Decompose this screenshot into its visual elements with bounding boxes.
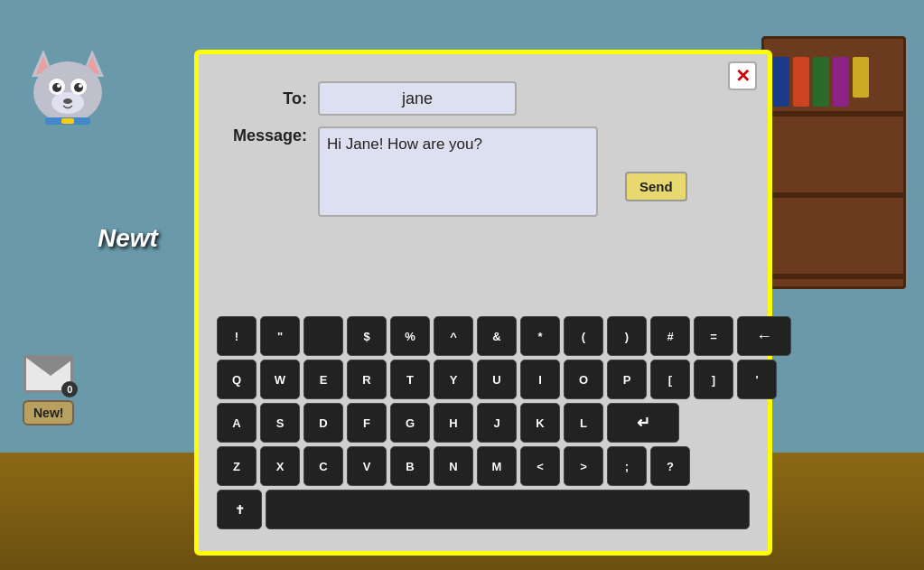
close-button[interactable]: ✕ — [728, 61, 757, 90]
key-equals[interactable]: = — [694, 316, 733, 356]
svg-point-8 — [52, 83, 61, 92]
key-lparen[interactable]: ( — [564, 316, 603, 356]
key-x[interactable]: X — [260, 446, 300, 486]
key-o[interactable]: O — [564, 360, 603, 399]
key-caret[interactable]: ^ — [434, 316, 473, 356]
keyboard-row-1: ! " $ % ^ & * ( ) # = ← — [217, 316, 750, 356]
key-quote[interactable]: " — [260, 316, 300, 356]
to-label: To: — [217, 89, 307, 108]
key-w[interactable]: W — [260, 360, 300, 399]
keyboard-row-5: ✝ — [217, 490, 750, 529]
shift-key[interactable]: ✝ — [217, 490, 262, 529]
shelf-1 — [764, 111, 903, 117]
keyboard-row-2: Q W E R T Y U I O P [ ] ' — [217, 360, 750, 399]
shelf-3 — [764, 274, 903, 279]
key-d[interactable]: D — [303, 403, 343, 443]
key-f[interactable]: F — [347, 403, 387, 443]
svg-point-10 — [57, 84, 61, 88]
key-j[interactable]: J — [477, 403, 517, 443]
key-rbracket[interactable]: ] — [694, 360, 733, 399]
form-area: To: Message: Hi Jane! How are you? Send — [217, 81, 750, 217]
key-rparen[interactable]: ) — [607, 316, 647, 356]
key-v[interactable]: V — [347, 446, 387, 486]
key-question[interactable]: ? — [650, 446, 690, 486]
book-1 — [773, 57, 789, 107]
key-s[interactable]: S — [260, 403, 300, 443]
key-ampersand[interactable]: & — [477, 316, 517, 356]
key-r[interactable]: R — [347, 360, 387, 399]
key-b[interactable]: B — [390, 446, 430, 486]
key-lt[interactable]: < — [520, 446, 560, 486]
close-icon: ✕ — [735, 67, 751, 85]
books-row — [773, 57, 869, 107]
key-gt[interactable]: > — [564, 446, 603, 486]
key-l[interactable]: L — [564, 403, 603, 443]
key-c[interactable]: C — [303, 446, 343, 486]
character-name: Newt — [98, 224, 158, 253]
mail-icon[interactable]: 0 — [23, 355, 73, 393]
key-percent[interactable]: % — [390, 316, 430, 356]
book-3 — [813, 57, 829, 107]
key-h[interactable]: H — [434, 403, 473, 443]
mail-area: 0 New! — [23, 355, 74, 425]
key-asterisk[interactable]: * — [520, 316, 560, 356]
key-u[interactable]: U — [477, 360, 517, 399]
svg-point-11 — [79, 84, 82, 88]
key-hash[interactable]: # — [650, 316, 690, 356]
avatar — [27, 45, 108, 126]
to-input[interactable] — [318, 81, 517, 116]
key-semicolon[interactable]: ; — [607, 446, 647, 486]
message-row: Message: Hi Jane! How are you? Send — [217, 126, 750, 217]
key-p[interactable]: P — [607, 360, 647, 399]
spacebar-key[interactable] — [266, 490, 750, 529]
new-button[interactable]: New! — [23, 400, 74, 425]
svg-point-9 — [74, 83, 83, 92]
key-k[interactable]: K — [520, 403, 560, 443]
key-q[interactable]: Q — [217, 360, 257, 399]
svg-point-12 — [63, 98, 72, 104]
key-dollar[interactable]: $ — [347, 316, 387, 356]
keyboard-row-3: A S D F G H J K L ↵ — [217, 403, 750, 443]
svg-rect-14 — [61, 118, 74, 124]
message-input[interactable]: Hi Jane! How are you? — [318, 126, 598, 217]
key-z[interactable]: Z — [217, 446, 257, 486]
enter-key[interactable]: ↵ — [607, 403, 679, 443]
key-t[interactable]: T — [390, 360, 430, 399]
message-label: Message: — [217, 126, 307, 145]
key-g[interactable]: G — [390, 403, 430, 443]
keyboard-row-4: Z X C V B N M < > ; ? — [217, 446, 750, 486]
key-i[interactable]: I — [520, 360, 560, 399]
key-y[interactable]: Y — [434, 360, 473, 399]
key-exclaim[interactable]: ! — [217, 316, 257, 356]
shelf-2 — [764, 192, 903, 198]
book-4 — [833, 57, 849, 107]
key-3[interactable] — [303, 316, 343, 356]
backspace-key[interactable]: ← — [737, 316, 791, 356]
book-2 — [793, 57, 809, 107]
key-a[interactable]: A — [217, 403, 257, 443]
key-apostrophe[interactable]: ' — [737, 360, 777, 399]
key-lbracket[interactable]: [ — [650, 360, 690, 399]
to-row: To: — [217, 81, 750, 116]
key-n[interactable]: N — [434, 446, 473, 486]
compose-modal: ✕ To: Message: Hi Jane! How are you? Sen… — [194, 50, 772, 556]
bookshelf — [761, 36, 906, 289]
key-e[interactable]: E — [303, 360, 343, 399]
book-5 — [853, 57, 869, 98]
send-button[interactable]: Send — [625, 172, 687, 201]
key-m[interactable]: M — [477, 446, 517, 486]
keyboard: ! " $ % ^ & * ( ) # = ← Q W E R T Y U I … — [217, 316, 750, 533]
